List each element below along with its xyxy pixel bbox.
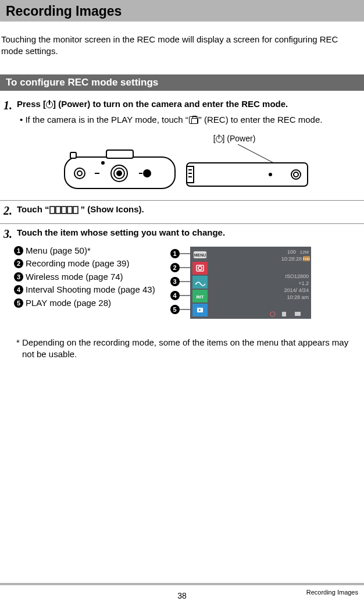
svg-rect-3 <box>106 150 133 158</box>
svg-rect-35 <box>192 262 208 275</box>
step-number: 1. <box>3 99 12 112</box>
svg-text:2014/  4/24: 2014/ 4/24 <box>284 287 309 293</box>
svg-rect-23 <box>62 207 66 213</box>
svg-text:12M: 12M <box>299 250 309 255</box>
callout-number: 2 <box>14 259 23 268</box>
show-icons-icon <box>49 204 81 214</box>
callout-number: 5 <box>170 305 180 314</box>
list-item: 5PLAY mode (page 28) <box>14 297 155 310</box>
callout-number: 3 <box>170 277 180 286</box>
list-item: 4Interval Shooting mode (page 43) <box>14 283 155 297</box>
section-heading: To configure REC mode settings <box>6 77 358 88</box>
svg-text:+1.2: +1.2 <box>298 280 309 286</box>
footer-title: Recording Images <box>306 589 358 596</box>
svg-rect-2 <box>70 152 76 158</box>
list-item: 2Recording mode (page 39) <box>14 257 155 271</box>
svg-text:100: 100 <box>287 249 296 255</box>
rec-icon <box>189 116 198 124</box>
svg-rect-56 <box>295 312 301 316</box>
svg-text:ISO12800: ISO12800 <box>285 273 309 279</box>
page-number: 38 <box>177 591 187 600</box>
step-text: Touch the item whose setting you want to… <box>17 227 225 237</box>
callout-number: 1 <box>170 249 180 258</box>
svg-rect-13 <box>187 163 308 186</box>
divider <box>0 223 364 224</box>
power-button-label: [] (Power) <box>108 134 361 143</box>
svg-rect-38 <box>192 276 208 289</box>
callout-number: 5 <box>14 298 23 308</box>
svg-text:FHD: FHD <box>302 257 310 261</box>
svg-rect-24 <box>67 207 72 213</box>
callout-number: 4 <box>170 291 180 300</box>
svg-text:10:28:28: 10:28:28 <box>281 256 302 262</box>
svg-point-8 <box>117 171 122 176</box>
step-2: 2. Touch “” (Show Icons). <box>3 204 361 218</box>
svg-point-9 <box>144 170 151 177</box>
page-heading: Recording Images <box>6 3 358 19</box>
callout-list: 1Menu (page 50)* 2Recording mode (page 3… <box>14 244 155 323</box>
callout-number: 3 <box>14 272 23 282</box>
svg-point-39 <box>195 283 196 284</box>
page-heading-row: Recording Images <box>0 0 364 22</box>
callout-number: 1 <box>14 246 23 255</box>
footnote: * Depending on the recording mode, some … <box>16 337 355 361</box>
step-1-sub: If the camera is in the PLAY mode, touch… <box>20 113 361 126</box>
step-number: 3. <box>3 227 12 241</box>
page-footer: 38 Recording Images <box>0 583 364 605</box>
list-item: 3Wireless mode (page 74) <box>14 271 155 284</box>
divider <box>0 200 364 201</box>
step-text: Press [] (Power) to turn on the camera a… <box>17 99 288 109</box>
svg-text:MENU: MENU <box>194 253 206 257</box>
camera-diagram <box>54 144 310 194</box>
step-1: 1. Press [] (Power) to turn on the camer… <box>3 99 361 194</box>
rec-screen-diagram: 1 2 3 4 5 <box>170 245 313 323</box>
camera-screen: MENU INT <box>180 245 313 321</box>
section-heading-row: To configure REC mode settings <box>0 74 364 91</box>
callout-number: 2 <box>170 263 180 272</box>
power-icon <box>216 136 223 143</box>
intro-text: Touching the monitor screen in the REC m… <box>0 30 364 66</box>
svg-rect-14 <box>187 166 194 183</box>
svg-rect-55 <box>282 312 286 316</box>
step-number: 2. <box>3 204 12 218</box>
svg-point-10 <box>102 162 104 164</box>
callout-number: 4 <box>14 285 23 294</box>
svg-point-20 <box>294 172 298 177</box>
svg-point-18 <box>269 173 272 176</box>
svg-rect-25 <box>73 207 78 213</box>
step-3: 3. Touch the item whose setting you want… <box>3 227 361 361</box>
svg-point-5 <box>77 171 82 176</box>
svg-rect-22 <box>56 207 60 213</box>
svg-text:INT: INT <box>196 294 204 300</box>
step-text: Touch “” (Show Icons). <box>17 204 144 214</box>
power-icon <box>46 101 53 108</box>
svg-rect-21 <box>50 207 55 213</box>
svg-text:10:28 am: 10:28 am <box>287 294 309 300</box>
list-item: 1Menu (page 50)* <box>14 244 155 258</box>
